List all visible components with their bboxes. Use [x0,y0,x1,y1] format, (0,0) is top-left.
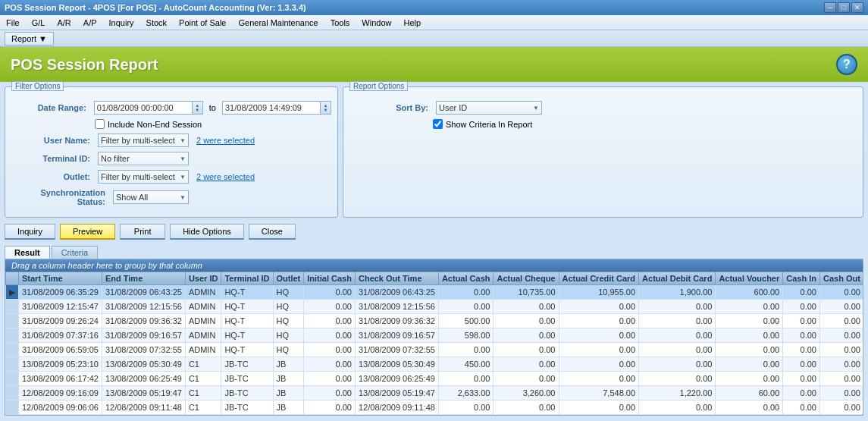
col-initial-cash[interactable]: Initial Cash [304,272,356,285]
table-row[interactable]: 12/08/2009 09:16:09 13/08/2009 05:19:47 … [6,386,863,401]
cell-check-out-time: 31/08/2009 09:36:32 [355,314,438,328]
user-name-link[interactable]: 2 were selected [196,136,255,145]
menu-ar[interactable]: A/R [54,17,74,28]
cell-actual-credit-card: 0.00 [559,357,639,372]
cell-terminal-id: HQ-T [221,328,273,343]
terminal-id-row: Terminal ID: No filter ▼ [11,152,331,165]
col-actual-debit-card[interactable]: Actual Debit Card [639,272,716,285]
cell-cash-out: 0.00 [819,386,863,401]
menu-gl[interactable]: G/L [29,17,49,28]
cell-actual-cheque: 0.00 [494,401,559,415]
close-window-button[interactable]: ✕ [851,2,863,13]
sort-by-row: Sort By: User ID ▼ [349,101,857,115]
cell-check-out-time: 31/08/2009 09:16:57 [355,328,438,343]
tab-criteria[interactable]: Criteria [52,246,98,259]
col-terminal-id[interactable]: Terminal ID [221,272,273,285]
col-check-out-time[interactable]: Check Out Time [355,272,438,285]
menu-tools[interactable]: Tools [327,17,353,28]
cell-terminal-id: HQ-T [221,314,273,328]
cell-terminal-id: HQ-T [221,285,273,300]
col-actual-voucher[interactable]: Actual Voucher [716,272,783,285]
date-to-input[interactable] [222,101,321,115]
terminal-id-dropdown[interactable]: No filter ▼ [98,152,189,165]
cell-cash-out: 0.00 [819,285,863,300]
table-row[interactable]: 13/08/2009 06:17:42 13/08/2009 06:25:49 … [6,372,863,386]
sync-status-dropdown[interactable]: Show All ▼ [113,190,189,204]
cell-initial-cash: 0.00 [304,314,356,328]
menu-pos[interactable]: Point of Sale [176,17,229,28]
col-cash-out[interactable]: Cash Out [819,272,863,285]
user-name-dropdown[interactable]: Filter by multi-select ▼ [98,134,189,147]
report-options-box: Report Options Sort By: User ID ▼ Show C… [343,86,863,218]
cell-actual-credit-card: 0.00 [559,300,639,314]
col-cash-in[interactable]: Cash In [783,272,820,285]
col-indicator [6,272,19,285]
row-indicator [6,300,19,314]
include-non-end-label: Include Non-End Session [108,120,202,129]
tab-result[interactable]: Result [5,246,50,259]
hide-options-button[interactable]: Hide Options [170,224,244,240]
cell-outlet: HQ [273,343,304,357]
table-row[interactable]: 31/08/2009 09:26:24 31/08/2009 09:36:32 … [6,314,863,328]
cell-terminal-id: HQ-T [221,343,273,357]
page-header: POS Session Report ? [0,47,868,82]
row-indicator [6,386,19,401]
menu-stock[interactable]: Stock [143,17,171,28]
cell-terminal-id: HQ-T [221,300,273,314]
cell-actual-voucher: 60.00 [716,386,783,401]
cell-initial-cash: 0.00 [304,386,356,401]
cell-user-id: ADMIN [185,300,221,314]
main-content: Filter Options Date Range: ▲ ▼ to ▲ [0,82,868,420]
table-row[interactable]: 31/08/2009 12:15:47 31/08/2009 12:15:56 … [6,300,863,314]
table-row[interactable]: 13/08/2009 05:23:10 13/08/2009 05:30:49 … [6,357,863,372]
cell-initial-cash: 0.00 [304,343,356,357]
help-button[interactable]: ? [836,54,857,75]
cell-actual-debit-card: 0.00 [639,328,716,343]
cell-terminal-id: JB-TC [221,401,273,415]
close-button[interactable]: Close [249,224,296,240]
cell-start-time: 13/08/2009 05:23:10 [19,357,102,372]
date-to-spin[interactable]: ▲ ▼ [321,101,331,115]
table-row[interactable]: 31/08/2009 07:37:16 31/08/2009 09:16:57 … [6,328,863,343]
include-non-end-checkbox[interactable] [95,119,105,129]
menu-inquiry[interactable]: Inquiry [106,17,137,28]
sort-by-dropdown[interactable]: User ID ▼ [436,101,542,115]
outlet-link[interactable]: 2 were selected [196,172,255,181]
col-actual-cash[interactable]: Actual Cash [438,272,494,285]
cell-outlet: JB [273,386,304,401]
preview-button[interactable]: Preview [60,224,115,240]
col-user-id[interactable]: User ID [185,272,221,285]
cell-outlet: JB [273,357,304,372]
cell-start-time: 31/08/2009 12:15:47 [19,300,102,314]
minimize-button[interactable]: ─ [824,2,836,13]
col-start-time[interactable]: Start Time [19,272,102,285]
maximize-button[interactable]: □ [838,2,850,13]
col-end-time[interactable]: End Time [102,272,185,285]
sort-by-arrow-icon: ▼ [533,105,539,112]
menu-file[interactable]: File [3,17,23,28]
menu-help[interactable]: Help [400,17,424,28]
menu-general[interactable]: General Maintenance [235,17,321,28]
cell-actual-cheque: 0.00 [494,314,559,328]
col-actual-credit-card[interactable]: Actual Credit Card [559,272,639,285]
date-from-input[interactable] [94,101,193,115]
cell-initial-cash: 0.00 [304,328,356,343]
menu-window[interactable]: Window [359,17,394,28]
report-dropdown-button[interactable]: Report ▼ [5,32,54,46]
cell-cash-out: 0.00 [819,300,863,314]
table-row[interactable]: 12/08/2009 09:06:06 12/08/2009 09:11:48 … [6,401,863,415]
print-button[interactable]: Print [120,224,165,240]
table-row[interactable]: ▶ 31/08/2009 06:35:29 31/08/2009 06:43:2… [6,285,863,300]
table-row[interactable]: 31/08/2009 06:59:05 31/08/2009 07:32:55 … [6,343,863,357]
inquiry-button[interactable]: Inquiry [5,224,55,240]
col-actual-cheque[interactable]: Actual Cheque [494,272,559,285]
date-from-spin[interactable]: ▲ ▼ [193,101,203,115]
outlet-dropdown[interactable]: Filter by multi-select ▼ [98,170,189,184]
cell-actual-debit-card: 0.00 [639,314,716,328]
show-criteria-checkbox[interactable] [433,119,443,129]
col-outlet[interactable]: Outlet [273,272,304,285]
cell-actual-cheque: 0.00 [494,328,559,343]
cell-start-time: 31/08/2009 06:59:05 [19,343,102,357]
menu-ap[interactable]: A/P [80,17,100,28]
cell-actual-cheque: 0.00 [494,343,559,357]
